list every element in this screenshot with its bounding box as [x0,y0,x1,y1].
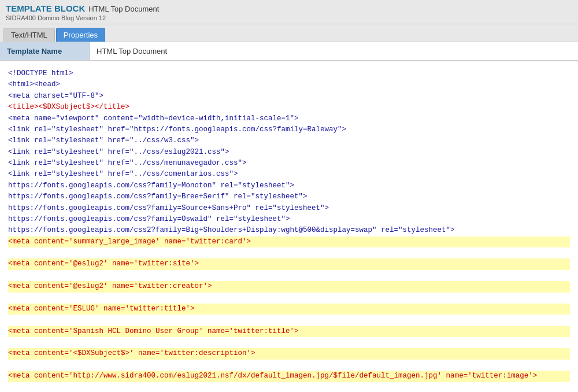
header-title-main: TEMPLATE BLOCK [6,3,85,13]
code-line: <meta name="viewport" content="width=dev… [8,114,299,123]
code-line: <!DOCTYPE html> [8,69,73,77]
template-name-row: Template Name HTML Top Document [0,42,578,61]
code-line: https://fonts.googleapis.com/css2?family… [8,226,455,234]
code-line: https://fonts.googleapis.com/css?family=… [8,204,329,212]
code-line: <link rel="stylesheet" href="../css/eslu… [8,148,229,156]
code-line: <meta content='@eslug2' name='twitter:cr… [8,281,570,292]
code-line: <meta content='http://www.sidra400.com/e… [8,371,570,382]
header: TEMPLATE BLOCK HTML Top Document SIDRA40… [0,0,578,24]
code-line: https://fonts.googleapis.com/css?family=… [8,215,290,223]
code-line: <link rel="stylesheet" href="../css/come… [8,170,238,178]
code-area: <!DOCTYPE html><html><head><meta charset… [0,61,578,392]
code-line: <meta content='Spanish HCL Domino User G… [8,326,570,337]
code-line: <html><head> [8,80,60,88]
template-name-label: Template Name [0,42,90,60]
code-line: <link rel="stylesheet" href="../css/menu… [8,159,247,167]
template-name-value: HTML Top Document [90,42,578,60]
code-line: <meta charset="UTF-8"> [8,92,103,100]
tab-text-html[interactable]: Text/HTML [3,28,55,42]
code-line: <link rel="stylesheet" href="https://fon… [8,125,346,134]
tab-properties[interactable]: Properties [56,28,105,42]
code-line: <meta content='@eslug2' name='twitter:si… [8,258,570,269]
header-title-sub: HTML Top Document [88,5,159,13]
header-version: SIDRA400 Domino Blog Version 12 [6,14,572,21]
code-line: https://fonts.googleapis.com/css?family=… [8,193,307,201]
code-line: <title><$DXSubject$></title> [8,103,129,111]
code-line: <meta content='ESLUG' name='twitter:titl… [8,304,570,315]
code-line: <meta content='summary_large_image' name… [8,236,570,247]
header-title: TEMPLATE BLOCK HTML Top Document [6,3,572,13]
code-line: https://fonts.googleapis.com/css?family=… [8,182,294,190]
tabs-bar: Text/HTML Properties [0,24,578,42]
code-line: <link rel="stylesheet" href="../css/w3.c… [8,136,199,145]
code-line: <meta content='<$DXSubject$>' name='twit… [8,348,570,359]
